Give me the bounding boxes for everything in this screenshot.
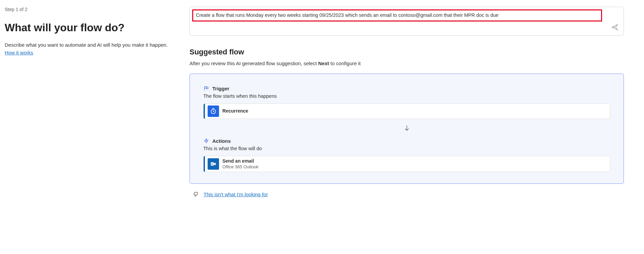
suggested-flow-heading: Suggested flow	[190, 48, 624, 56]
send-icon[interactable]	[611, 23, 619, 31]
right-panel: Create a flow that runs Monday every two…	[179, 0, 644, 254]
step-accent-bar	[204, 156, 205, 172]
step-accent-bar	[204, 104, 205, 119]
suggested-sub-suffix: to configure it	[329, 60, 361, 66]
suggested-sub-prefix: After you review this AI generated flow …	[190, 60, 318, 66]
suggested-flow-card: Trigger The flow starts when this happen…	[190, 74, 624, 184]
trigger-description: The flow starts when this happens	[203, 93, 610, 99]
outlook-icon: O	[208, 158, 219, 170]
svg-rect-5	[214, 163, 216, 165]
actions-section-header: Actions	[203, 138, 610, 144]
action-step-title: Send an email	[222, 158, 258, 164]
flow-arrow	[203, 124, 610, 132]
step-indicator: Step 1 of 2	[5, 7, 169, 12]
page-description: Describe what you want to automate and A…	[5, 41, 169, 48]
trigger-step-title: Recurrence	[222, 108, 248, 114]
trigger-step-text: Recurrence	[222, 104, 248, 119]
actions-description: This is what the flow will do	[203, 146, 610, 151]
page-title: What will your flow do?	[5, 22, 169, 34]
clock-icon	[208, 105, 219, 117]
how-it-works-link[interactable]: How it works	[5, 50, 33, 55]
suggested-flow-subtext: After you review this AI generated flow …	[190, 60, 624, 66]
svg-text:O: O	[211, 163, 213, 165]
trigger-section-header: Trigger	[203, 85, 610, 91]
prompt-box-container: Create a flow that runs Monday every two…	[190, 7, 624, 36]
prompt-text: Create a flow that runs Monday every two…	[195, 11, 607, 20]
actions-label: Actions	[212, 138, 231, 144]
svg-marker-3	[205, 138, 208, 143]
lightning-icon	[203, 138, 209, 144]
suggested-sub-bold: Next	[318, 60, 329, 66]
action-step-text: Send an email Office 365 Outlook	[222, 156, 258, 172]
arrow-down-icon	[403, 124, 411, 132]
prompt-input[interactable]: Create a flow that runs Monday every two…	[190, 7, 624, 36]
action-step-subtitle: Office 365 Outlook	[222, 164, 258, 170]
trigger-step-recurrence[interactable]: Recurrence	[203, 103, 610, 119]
left-panel: Step 1 of 2 What will your flow do? Desc…	[0, 0, 179, 254]
flag-icon	[203, 85, 209, 91]
feedback-row: This isn't what I'm looking for	[190, 191, 624, 198]
thumbs-down-icon[interactable]	[193, 191, 200, 198]
not-looking-for-link[interactable]: This isn't what I'm looking for	[204, 192, 268, 197]
action-step-send-email[interactable]: O Send an email Office 365 Outlook	[203, 156, 610, 172]
trigger-label: Trigger	[212, 86, 229, 91]
